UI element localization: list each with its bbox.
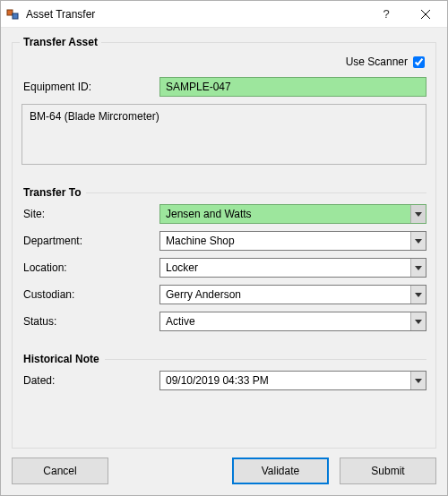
location-row: Location: Locker xyxy=(22,258,426,278)
dated-picker[interactable]: 09/10/2019 04:33 PM xyxy=(159,371,426,390)
dated-label: Dated: xyxy=(22,374,159,387)
chevron-down-icon xyxy=(410,286,426,304)
status-combo[interactable]: Active xyxy=(159,312,426,331)
svg-marker-6 xyxy=(415,266,422,270)
location-label: Location: xyxy=(22,261,159,274)
site-row: Site: Jensen and Watts xyxy=(22,204,426,224)
svg-marker-4 xyxy=(415,212,422,217)
equipment-id-value: SAMPLE-047 xyxy=(166,81,231,93)
equipment-id-input[interactable]: SAMPLE-047 xyxy=(159,77,426,97)
asset-transfer-window: Asset Transfer ? Transfer Asset Use Scan… xyxy=(0,0,448,496)
chevron-down-icon xyxy=(410,312,426,330)
validate-button[interactable]: Validate xyxy=(232,458,329,484)
scanner-row: Use Scanner xyxy=(22,56,426,68)
historical-heading: Historical Note xyxy=(23,353,426,365)
equipment-id-label: Equipment ID: xyxy=(22,81,159,93)
custodian-row: Custodian: Gerry Anderson xyxy=(22,285,426,304)
site-value: Jensen and Watts xyxy=(160,205,410,223)
svg-marker-5 xyxy=(415,239,422,244)
department-label: Department: xyxy=(22,235,159,247)
close-button[interactable] xyxy=(406,2,445,27)
svg-marker-7 xyxy=(415,293,422,297)
chevron-down-icon xyxy=(410,232,426,250)
button-row: Cancel Validate Submit xyxy=(12,458,436,484)
department-row: Department: Machine Shop xyxy=(22,231,426,251)
status-row: Status: Active xyxy=(22,312,426,331)
department-combo[interactable]: Machine Shop xyxy=(159,231,426,251)
scanner-label: Use Scanner xyxy=(346,56,408,68)
description-text: BM-64 (Blade Mircrometer) xyxy=(30,110,159,123)
equipment-id-row: Equipment ID: SAMPLE-047 xyxy=(22,77,426,97)
chevron-down-icon xyxy=(410,372,426,389)
svg-rect-1 xyxy=(13,13,18,19)
location-combo[interactable]: Locker xyxy=(159,258,426,278)
transfer-asset-group: Transfer Asset Use Scanner Equipment ID:… xyxy=(12,42,436,449)
cancel-button[interactable]: Cancel xyxy=(12,458,108,484)
window-title: Asset Transfer xyxy=(26,8,366,21)
client-area: Transfer Asset Use Scanner Equipment ID:… xyxy=(1,28,447,495)
chevron-down-icon xyxy=(410,259,426,277)
transfer-to-heading: Transfer To xyxy=(23,186,426,199)
group-title: Transfer Asset xyxy=(20,36,101,48)
site-combo[interactable]: Jensen and Watts xyxy=(159,204,426,224)
chevron-down-icon xyxy=(410,205,426,223)
dated-row: Dated: 09/10/2019 04:33 PM xyxy=(22,371,426,390)
custodian-label: Custodian: xyxy=(22,288,159,301)
dated-value: 09/10/2019 04:33 PM xyxy=(160,372,410,389)
custodian-value: Gerry Anderson xyxy=(160,286,410,304)
location-value: Locker xyxy=(160,259,410,277)
status-label: Status: xyxy=(22,315,159,328)
description-box: BM-64 (Blade Mircrometer) xyxy=(22,104,426,165)
submit-button[interactable]: Submit xyxy=(340,458,436,484)
svg-marker-9 xyxy=(415,379,422,383)
app-icon xyxy=(6,7,21,21)
department-value: Machine Shop xyxy=(160,232,410,250)
help-button[interactable]: ? xyxy=(366,2,406,27)
custodian-combo[interactable]: Gerry Anderson xyxy=(159,285,426,304)
svg-rect-0 xyxy=(7,10,13,15)
svg-marker-8 xyxy=(415,320,422,324)
status-value: Active xyxy=(160,312,410,330)
titlebar: Asset Transfer ? xyxy=(1,1,447,28)
scanner-checkbox[interactable] xyxy=(413,56,425,68)
site-label: Site: xyxy=(22,208,159,220)
